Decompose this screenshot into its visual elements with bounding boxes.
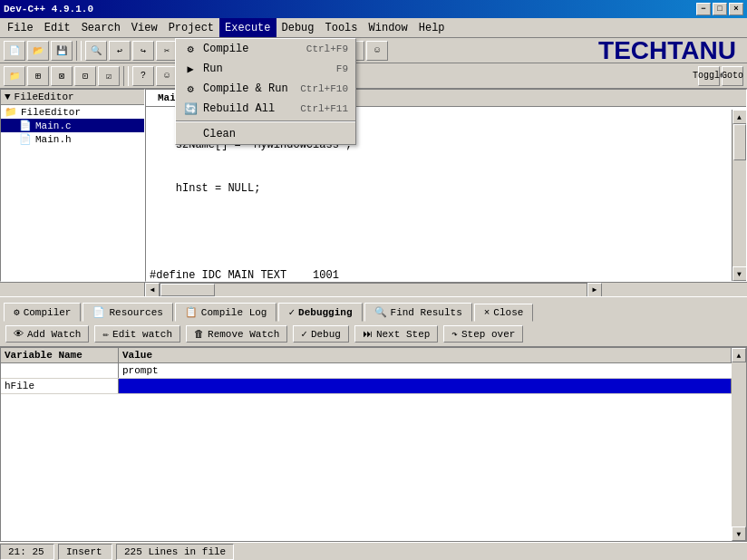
tb2-btn5[interactable]: ☑ xyxy=(98,66,120,86)
menu-search[interactable]: Search xyxy=(76,18,126,37)
compile-label: Compile xyxy=(203,43,248,55)
scroll-track[interactable] xyxy=(733,124,746,266)
tree-mainh[interactable]: 📄 Main.h xyxy=(1,132,144,146)
tb2-btn6[interactable]: ? xyxy=(132,66,154,86)
tb2-btn2[interactable]: ⊞ xyxy=(27,66,49,86)
menu-view[interactable]: View xyxy=(126,18,163,37)
step-over-button[interactable]: ↷ Step over xyxy=(443,325,523,343)
hfile-value-cell xyxy=(119,379,732,393)
toolbar-secondary: 📁 ⊞ ⊠ ⊡ ☑ ? ☺ Toggle Goto xyxy=(0,63,747,89)
status-mode: Insert xyxy=(58,544,112,560)
watch-table-header: Variable Name Value xyxy=(1,348,746,363)
file-c-icon: 📄 xyxy=(19,120,32,131)
compile-run-label: Compile & Run xyxy=(203,82,288,95)
open-button[interactable]: 📂 xyxy=(27,41,49,61)
menu-window[interactable]: Window xyxy=(364,18,413,37)
menu-run[interactable]: ▶ Run F9 xyxy=(176,59,355,79)
next-step-icon: ⏭ xyxy=(363,328,373,340)
toolbar-main: 📄 📂 💾 🔍 ↩ ↪ ✂ 📋 📌 ⚙ ▶ 🐛 🔖 ? ☺ TECHTANU xyxy=(0,38,747,63)
menu-help[interactable]: Help xyxy=(413,18,451,37)
watermark-text: TECHTANU xyxy=(598,36,736,65)
menu-project[interactable]: Project xyxy=(163,18,219,37)
app-title: Dev-C++ 4.9.1.0 xyxy=(4,4,93,14)
hscroll-left-button[interactable]: ◀ xyxy=(145,283,160,297)
compile-run-icon: ⚙ xyxy=(183,82,198,96)
step-over-label: Step over xyxy=(461,329,515,340)
tab-debugging[interactable]: ✓ Debugging xyxy=(278,303,362,322)
watch-table: Variable Name Value hFile ▲ ▼ xyxy=(0,347,747,542)
menu-compile[interactable]: ⚙ Compile Ctrl+F9 xyxy=(176,39,355,59)
menu-compile-run[interactable]: ⚙ Compile & Run Ctrl+F10 xyxy=(176,79,355,99)
compile-run-shortcut: Ctrl+F10 xyxy=(300,83,348,94)
next-step-label: Next Step xyxy=(376,329,430,340)
menu-execute[interactable]: Execute xyxy=(219,18,276,37)
rebuild-icon: 🔄 xyxy=(183,101,198,116)
hscroll-spacer xyxy=(0,283,145,297)
debugging-label: Debugging xyxy=(298,307,352,318)
scroll-up-button[interactable]: ▲ xyxy=(732,110,747,124)
tab-resources[interactable]: 📄 Resources xyxy=(82,303,172,322)
watch-toolbar: 👁 Add Watch ✏ Edit watch 🗑 Remove Watch … xyxy=(0,322,747,347)
value-header: Value xyxy=(119,348,732,362)
watch-scroll-track[interactable] xyxy=(732,362,746,526)
redo-button[interactable]: ↪ xyxy=(132,41,154,61)
new-button[interactable]: 📄 xyxy=(4,41,25,61)
tab-compiler[interactable]: ⚙ Compiler xyxy=(4,303,81,322)
prompt-input[interactable] xyxy=(122,365,728,376)
watch-scrollbar[interactable]: ▲ ▼ xyxy=(732,348,746,541)
scroll-down-button[interactable]: ▼ xyxy=(732,266,747,281)
tab-close[interactable]: × Close xyxy=(474,304,534,322)
filetree-expand[interactable]: ▼ xyxy=(5,92,11,102)
save-button[interactable]: 💾 xyxy=(51,41,73,61)
remove-watch-button[interactable]: 🗑 Remove Watch xyxy=(186,325,287,343)
menu-file[interactable]: File xyxy=(2,18,39,37)
menu-clean[interactable]: Clean xyxy=(176,124,355,144)
undo-button[interactable]: ↩ xyxy=(109,41,131,61)
code-line: #define IDC_MAIN_TEXT 1001 xyxy=(150,268,742,278)
scroll-thumb[interactable] xyxy=(733,124,746,160)
debug-button[interactable]: ✓ Debug xyxy=(293,325,349,343)
hscroll-track-inner[interactable] xyxy=(160,283,587,297)
tab-find-results[interactable]: 🔍 Find Results xyxy=(364,303,472,322)
find-results-label: Find Results xyxy=(391,307,462,318)
next-step-button[interactable]: ⏭ Next Step xyxy=(354,325,438,343)
close-tab-icon: × xyxy=(484,307,490,318)
menu-rebuild[interactable]: 🔄 Rebuild All Ctrl+F11 xyxy=(176,99,355,119)
tb2-btn4[interactable]: ⊡ xyxy=(74,66,96,86)
edit-watch-button[interactable]: ✏ Edit watch xyxy=(94,325,180,343)
menu-separator xyxy=(176,121,355,122)
tree-fileditor[interactable]: 📁 FileEditor xyxy=(1,105,144,119)
edit-watch-label: Edit watch xyxy=(112,329,172,340)
menu-edit[interactable]: Edit xyxy=(39,18,76,37)
smiley-button[interactable]: ☺ xyxy=(366,41,388,61)
hscroll-track[interactable]: ◀ ▶ xyxy=(145,283,602,297)
filetree-title: FileEditor xyxy=(15,92,74,102)
watch-scroll-up[interactable]: ▲ xyxy=(732,348,746,362)
hscroll-thumb[interactable] xyxy=(160,284,215,296)
tb2-btn1[interactable]: 📁 xyxy=(4,66,25,86)
minimize-button[interactable]: − xyxy=(696,3,711,15)
tab-compile-log[interactable]: 📋 Compile Log xyxy=(175,303,277,322)
menu-debug[interactable]: Debug xyxy=(276,18,320,37)
debugging-icon: ✓ xyxy=(288,306,295,318)
watch-scroll-down[interactable]: ▼ xyxy=(732,526,746,541)
compile-log-icon: 📋 xyxy=(185,306,198,318)
titlebar: Dev-C++ 4.9.1.0 − □ × xyxy=(0,0,747,18)
status-position: 21: 25 xyxy=(0,544,54,560)
tb2-btn3[interactable]: ⊠ xyxy=(51,66,73,86)
close-button[interactable]: × xyxy=(729,3,743,15)
horizontal-scrollbar[interactable]: ◀ ▶ xyxy=(0,282,747,296)
compile-log-label: Compile Log xyxy=(201,307,267,318)
maximize-button[interactable]: □ xyxy=(713,3,727,15)
hscroll-right-button[interactable]: ▶ xyxy=(587,283,602,297)
bottom-tab-bar: ⚙ Compiler 📄 Resources 📋 Compile Log ✓ D… xyxy=(0,296,747,322)
menu-tools[interactable]: Tools xyxy=(320,18,364,37)
code-line xyxy=(150,225,742,239)
zoom-button[interactable]: 🔍 xyxy=(85,41,107,61)
tree-mainc[interactable]: 📄 Main.c xyxy=(1,119,144,132)
add-watch-button[interactable]: 👁 Add Watch xyxy=(5,325,89,343)
vertical-scrollbar[interactable]: ▲ ▼ xyxy=(732,110,746,281)
watch-row-hfile: hFile xyxy=(1,379,746,394)
toggle-button[interactable]: Toggle xyxy=(698,66,720,86)
goto-button[interactable]: Goto xyxy=(722,66,743,86)
